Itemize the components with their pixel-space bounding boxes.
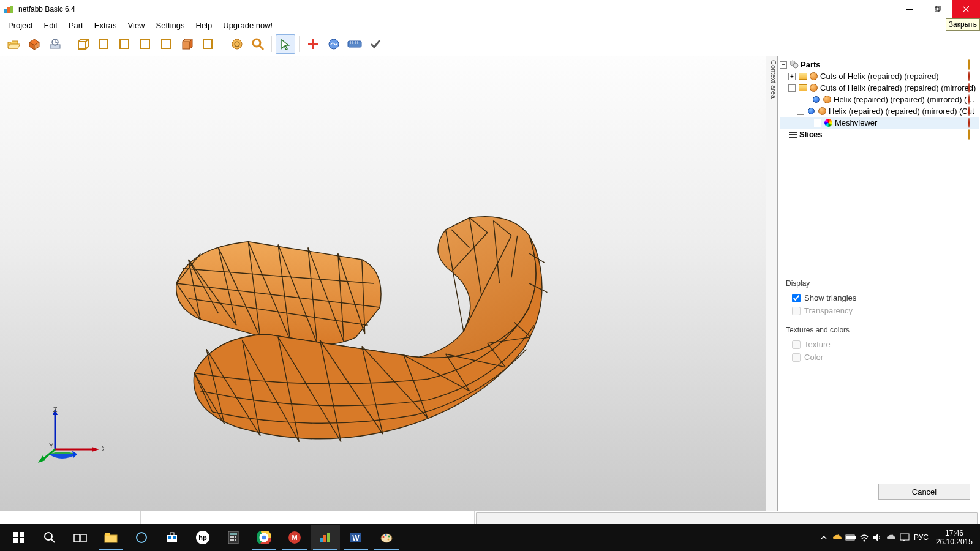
search-button[interactable] xyxy=(35,525,64,550)
cancel-button[interactable]: Cancel xyxy=(878,484,970,500)
menu-project[interactable]: Project xyxy=(2,20,38,31)
tray-cloud-icon[interactable] xyxy=(831,525,844,550)
close-button[interactable] xyxy=(952,0,980,18)
taskbar-calculator[interactable] xyxy=(219,525,248,550)
tray-action-center-icon[interactable] xyxy=(898,525,911,550)
parts-tree[interactable]: − Parts + Cuts of Helix (repaired) (repa… xyxy=(778,56,980,271)
taskbar-explorer[interactable] xyxy=(96,525,126,550)
svg-rect-24 xyxy=(183,42,190,49)
tray-wifi-icon[interactable] xyxy=(858,525,871,550)
taskbar-netfabb[interactable] xyxy=(311,525,340,550)
svg-rect-35 xyxy=(348,41,361,47)
taskbar-clock[interactable]: 17:46 26.10.2015 xyxy=(931,529,978,546)
menu-extras[interactable]: Extras xyxy=(89,20,123,31)
add-part-button[interactable] xyxy=(24,34,44,54)
svg-point-133 xyxy=(262,535,266,540)
menu-settings[interactable]: Settings xyxy=(151,20,190,31)
texture-checkbox[interactable]: Texture xyxy=(792,340,973,349)
zoom-button[interactable] xyxy=(248,34,268,54)
delete-icon[interactable] xyxy=(968,118,978,127)
task-view-button[interactable] xyxy=(66,525,95,550)
analyze-button[interactable] xyxy=(324,34,344,54)
svg-marker-93 xyxy=(92,447,99,452)
view-left-button[interactable] xyxy=(135,34,155,54)
taskbar-word[interactable]: W xyxy=(341,525,371,550)
tree-label: Meshviewer xyxy=(835,118,978,127)
svg-point-108 xyxy=(45,533,52,540)
svg-rect-122 xyxy=(230,533,237,535)
minimize-button[interactable] xyxy=(895,0,924,18)
taskbar-chrome[interactable] xyxy=(249,525,279,550)
viewport-3d[interactable]: Z X Y xyxy=(0,56,766,511)
platform-button[interactable] xyxy=(45,34,65,54)
view-iso-button[interactable] xyxy=(73,34,92,54)
taskbar-cortana[interactable] xyxy=(127,525,156,550)
status-progress xyxy=(476,512,978,525)
svg-rect-147 xyxy=(854,536,856,539)
tree-helix1[interactable]: Helix (repaired) (repaired) (mirrored) (… xyxy=(780,94,979,105)
svg-rect-127 xyxy=(232,539,234,541)
collapse-icon[interactable]: − xyxy=(797,108,804,115)
delete-icon[interactable] xyxy=(968,95,978,104)
menu-part[interactable]: Part xyxy=(63,20,89,31)
tree-label: Slices xyxy=(799,130,978,139)
cursor-button[interactable] xyxy=(276,34,295,54)
svg-rect-21 xyxy=(120,40,129,48)
taskbar-store[interactable] xyxy=(157,525,187,550)
tray-language[interactable]: РУС xyxy=(911,525,931,550)
menubar: Project Edit Part Extras View Settings H… xyxy=(0,18,980,32)
tray-onedrive-icon[interactable] xyxy=(884,525,898,550)
view-front-button[interactable] xyxy=(94,34,113,54)
transparency-checkbox[interactable]: Transparency xyxy=(792,306,973,315)
tray-chevron-icon[interactable] xyxy=(817,525,831,550)
close-tooltip: Закрыть xyxy=(946,18,980,31)
checkbox-label: Transparency xyxy=(804,306,853,315)
svg-marker-150 xyxy=(873,534,878,541)
svg-rect-20 xyxy=(99,40,108,48)
show-triangles-checkbox[interactable]: Show triangles xyxy=(792,293,973,302)
svg-text:Y: Y xyxy=(49,442,54,449)
taskbar-hp[interactable]: hp xyxy=(188,525,217,550)
tree-cuts2[interactable]: − Cuts of Helix (repaired) (repaired) (m… xyxy=(780,82,979,94)
taskbar-app-red[interactable]: M xyxy=(280,525,309,550)
tree-parts-root[interactable]: − Parts xyxy=(780,59,979,70)
svg-rect-113 xyxy=(105,533,110,536)
view-back-button[interactable] xyxy=(115,34,134,54)
check-button[interactable] xyxy=(366,34,385,54)
delete-icon[interactable] xyxy=(968,72,978,81)
zoom-all-button[interactable] xyxy=(227,34,247,54)
repair-button[interactable] xyxy=(303,34,323,54)
taskbar-paint[interactable] xyxy=(372,525,401,550)
measure-button[interactable] xyxy=(345,34,364,54)
collapse-icon[interactable]: − xyxy=(780,61,787,69)
collapse-icon[interactable]: − xyxy=(788,84,796,92)
textures-section: Textures and colors xyxy=(786,326,973,334)
svg-point-143 xyxy=(385,534,387,536)
svg-rect-151 xyxy=(900,534,909,540)
start-button[interactable] xyxy=(4,525,34,550)
delete-icon[interactable] xyxy=(968,107,978,116)
color-checkbox[interactable]: Color xyxy=(792,353,973,362)
menu-edit[interactable]: Edit xyxy=(38,20,62,31)
svg-rect-33 xyxy=(308,43,318,45)
tree-cuts1[interactable]: + Cuts of Helix (repaired) (repaired) xyxy=(780,70,979,82)
tray-battery-icon[interactable] xyxy=(844,525,858,550)
menu-upgrade[interactable]: Upgrade now! xyxy=(217,20,278,31)
svg-rect-1 xyxy=(7,7,10,13)
context-area-ribbon[interactable]: Context area xyxy=(766,56,778,511)
delete-icon[interactable] xyxy=(968,83,978,92)
svg-point-149 xyxy=(863,540,865,542)
tree-helix2[interactable]: − Helix (repaired) (repaired) (mirrored)… xyxy=(780,105,979,117)
open-project-button[interactable] xyxy=(4,34,23,54)
menu-view[interactable]: View xyxy=(123,20,151,31)
svg-text:Z: Z xyxy=(53,407,58,413)
view-top-button[interactable] xyxy=(177,34,197,54)
tree-meshviewer[interactable]: Meshviewer xyxy=(780,117,979,129)
view-bottom-button[interactable] xyxy=(198,34,217,54)
view-right-button[interactable] xyxy=(156,34,176,54)
tree-slices[interactable]: Slices xyxy=(780,129,979,140)
menu-help[interactable]: Help xyxy=(190,20,218,31)
maximize-button[interactable] xyxy=(924,0,952,18)
tray-volume-icon[interactable] xyxy=(871,525,884,550)
expand-icon[interactable]: + xyxy=(788,73,796,80)
